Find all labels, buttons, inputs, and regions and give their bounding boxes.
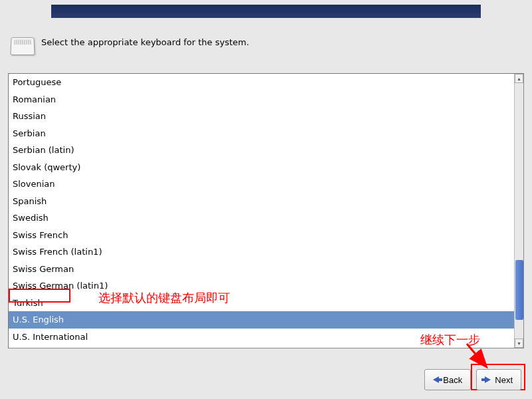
scroll-up-button[interactable]: ▴ <box>515 74 523 83</box>
list-item[interactable]: Russian <box>9 108 514 125</box>
list-item[interactable]: Ukrainian <box>9 345 514 348</box>
scroll-thumb[interactable] <box>515 260 523 320</box>
next-button-label: Next <box>495 375 513 385</box>
list-item[interactable]: Serbian (latin) <box>9 142 514 159</box>
list-item[interactable]: U.S. English <box>9 311 514 329</box>
keyboard-layout-list: PortugueseRomanianRussianSerbianSerbian … <box>8 73 524 348</box>
back-button-label: Back <box>443 375 462 385</box>
next-button[interactable]: Next <box>476 369 521 390</box>
list-item[interactable]: U.S. International <box>9 329 514 346</box>
header-bar <box>51 5 481 18</box>
list-item[interactable]: Swiss German (latin1) <box>9 277 514 295</box>
list-item[interactable]: Swiss French (latin1) <box>9 243 514 261</box>
list-item[interactable]: Swedish <box>9 209 514 227</box>
footer-buttons: Back Next <box>424 369 521 390</box>
list-content[interactable]: PortugueseRomanianRussianSerbianSerbian … <box>9 74 514 348</box>
scrollbar[interactable]: ▴ ▾ <box>514 74 523 348</box>
back-button[interactable]: Back <box>424 369 471 390</box>
list-item[interactable]: Turkish <box>9 295 514 312</box>
list-item[interactable]: Slovenian <box>9 176 514 193</box>
arrow-left-icon <box>433 376 439 383</box>
list-item[interactable]: Romanian <box>9 91 514 108</box>
arrow-right-icon <box>485 376 491 383</box>
list-item[interactable]: Serbian <box>9 125 514 142</box>
scroll-down-button[interactable]: ▾ <box>515 338 523 348</box>
list-item[interactable]: Swiss German <box>9 261 514 278</box>
instruction-text: Select the appropriate keyboard for the … <box>41 37 249 49</box>
list-item[interactable]: Swiss French <box>9 227 514 244</box>
list-item[interactable]: Slovak (qwerty) <box>9 159 514 176</box>
instruction-row: Select the appropriate keyboard for the … <box>11 37 249 55</box>
list-item[interactable]: Portuguese <box>9 74 514 91</box>
list-item[interactable]: Spanish <box>9 193 514 210</box>
keyboard-icon <box>10 37 35 55</box>
